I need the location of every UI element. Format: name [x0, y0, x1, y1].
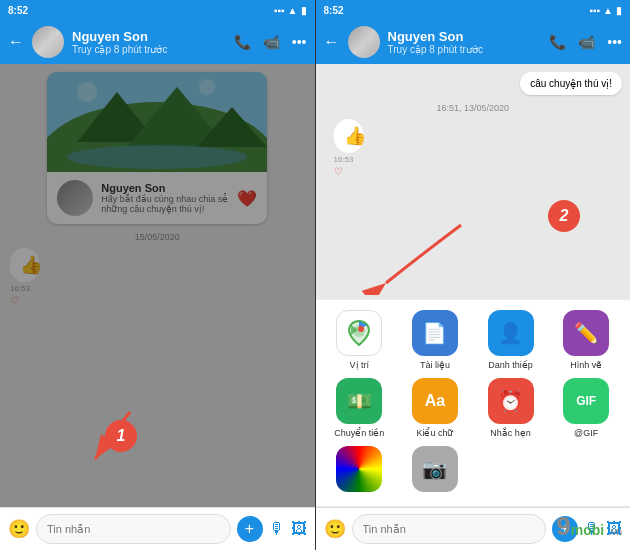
header-left: ← Nguyen Son Truy cập 8 phút trước 📞 📹 •…: [0, 20, 315, 64]
status-bar-right: 8:52 ▪▪▪ ▲ ▮: [316, 0, 631, 20]
header-actions-left: 📞 📹 •••: [234, 34, 307, 50]
bubble-content-right: 👍: [334, 119, 363, 153]
right-panel: 8:52 ▪▪▪ ▲ ▮ ← Nguyen Son Truy cập 8 phú…: [316, 0, 631, 550]
location-icon: [336, 310, 382, 356]
header-right: ← Nguyen Son Truy cập 8 phút trước 📞 📹 •…: [316, 20, 631, 64]
received-text: câu chuyện thú vị!: [530, 78, 612, 89]
arrow-1: [60, 407, 140, 467]
app-item-font[interactable]: Aa Kiểu chữ: [401, 378, 469, 438]
header-info-left: Nguyen Son Truy cập 8 phút trước: [72, 29, 226, 55]
app-item-palette[interactable]: [326, 446, 394, 496]
received-msg: câu chuyện thú vị!: [324, 72, 623, 95]
time-left: 8:52: [8, 5, 28, 16]
annotation-2: 2: [548, 200, 580, 232]
location-label: Vị trí: [350, 360, 370, 370]
message-bubble-right: 👍 16:53 ♡: [334, 119, 376, 177]
message-row-right: 👍 16:53 ♡: [334, 119, 613, 177]
draw-icon: ✏️: [563, 310, 609, 356]
header-actions-right: 📞 📹 •••: [549, 34, 622, 50]
reminder-icon: ⏰: [488, 378, 534, 424]
emoji-button-right[interactable]: 🙂: [324, 518, 346, 540]
contact-icon: 👤: [488, 310, 534, 356]
document-icon: 📄: [412, 310, 458, 356]
contact-name-right: Nguyen Son: [388, 29, 542, 44]
battery-icon-r: ▮: [616, 5, 622, 16]
video-icon-left[interactable]: 📹: [263, 34, 280, 50]
contact-avatar-right: [348, 26, 380, 58]
watermark-vn: .vn: [609, 526, 622, 537]
date-divider-right: 16:51, 13/05/2020: [324, 103, 623, 113]
emoji-button-left[interactable]: 🙂: [8, 518, 30, 540]
message-input-left[interactable]: [36, 514, 231, 544]
watermark-mobi: mobi: [571, 522, 604, 538]
back-button-right[interactable]: ←: [324, 33, 340, 51]
status-icons-right: ▪▪▪ ▲ ▮: [589, 5, 622, 16]
call-icon-right[interactable]: 📞: [549, 34, 566, 50]
app-item-camera[interactable]: 📷: [401, 446, 469, 496]
font-icon: Aa: [412, 378, 458, 424]
bottom-bar-left: 🙂 + 🎙 🖼: [0, 507, 315, 550]
app-grid-overlay: Vị trí 📄 Tài liệu 👤 Danh thiếp ✏️: [316, 299, 631, 506]
message-time-right: 16:53: [334, 155, 376, 164]
app-item-contact[interactable]: 👤 Danh thiếp: [477, 310, 545, 370]
image-button-left[interactable]: 🖼: [291, 520, 307, 538]
palette-icon: [336, 446, 382, 492]
thumb-emoji-right: 👍: [344, 126, 366, 146]
app-item-location[interactable]: Vị trí: [326, 310, 394, 370]
gif-icon: GIF: [563, 378, 609, 424]
money-icon: 💵: [336, 378, 382, 424]
status-bar-left: 8:52 ▪▪▪ ▲ ▮: [0, 0, 315, 20]
plus-button-left[interactable]: +: [237, 516, 263, 542]
contact-name-left: Nguyen Son: [72, 29, 226, 44]
signal-icon-r: ▪▪▪: [589, 5, 600, 16]
app-grid: Vị trí 📄 Tài liệu 👤 Danh thiếp ✏️: [326, 310, 621, 496]
video-icon-right[interactable]: 📹: [578, 34, 595, 50]
reminder-label: Nhắc hẹn: [490, 428, 531, 438]
document-label: Tài liệu: [420, 360, 450, 370]
app-item-gif[interactable]: GIF @GIF: [552, 378, 620, 438]
wifi-icon-r: ▲: [603, 5, 613, 16]
draw-label: Hình vẽ: [570, 360, 602, 370]
time-right: 8:52: [324, 5, 344, 16]
signal-icon: ▪▪▪: [274, 5, 285, 16]
chat-area-left: Nguyen Son Hãy bắt đầu cùng nhau chia sẻ…: [0, 64, 315, 507]
battery-icon: ▮: [301, 5, 307, 16]
status-icons-left: ▪▪▪ ▲ ▮: [274, 5, 307, 16]
app-item-draw[interactable]: ✏️ Hình vẽ: [552, 310, 620, 370]
watermark-nine: 9: [556, 511, 570, 541]
received-bubble: câu chuyện thú vị!: [520, 72, 622, 95]
app-item-document[interactable]: 📄 Tài liệu: [401, 310, 469, 370]
msg-heart-right: ♡: [334, 166, 376, 177]
arrow-2: [351, 215, 471, 295]
gif-label: @GIF: [574, 428, 598, 438]
money-label: Chuyển tiền: [334, 428, 384, 438]
left-panel: 8:52 ▪▪▪ ▲ ▮ ← Nguyen Son Truy cập 8 phú…: [0, 0, 315, 550]
call-icon-left[interactable]: 📞: [234, 34, 251, 50]
camera-icon: 📷: [412, 446, 458, 492]
watermark: 9mobi .vn: [556, 511, 622, 542]
mic-button-left[interactable]: 🎙: [269, 520, 285, 538]
header-info-right: Nguyen Son Truy cập 8 phút trước: [388, 29, 542, 55]
more-icon-right[interactable]: •••: [607, 34, 622, 50]
contact-status-right: Truy cập 8 phút trước: [388, 44, 542, 55]
message-input-right[interactable]: [352, 514, 547, 544]
font-label: Kiểu chữ: [416, 428, 453, 438]
more-icon-left[interactable]: •••: [292, 34, 307, 50]
app-item-money[interactable]: 💵 Chuyển tiền: [326, 378, 394, 438]
svg-point-10: [358, 326, 364, 332]
back-button-left[interactable]: ←: [8, 33, 24, 51]
app-item-reminder[interactable]: ⏰ Nhắc hẹn: [477, 378, 545, 438]
contact-avatar-left: [32, 26, 64, 58]
wifi-icon: ▲: [288, 5, 298, 16]
contact-status-left: Truy cập 8 phút trước: [72, 44, 226, 55]
contact-label: Danh thiếp: [488, 360, 533, 370]
dim-overlay-left: [0, 64, 315, 507]
